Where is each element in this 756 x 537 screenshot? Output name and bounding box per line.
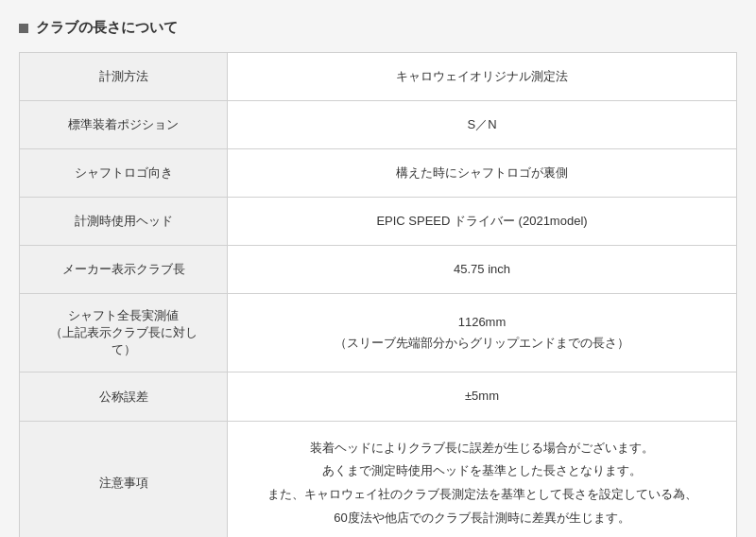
table-value-cell: EPIC SPEED ドライバー (2021model) xyxy=(228,198,737,246)
table-value-cell: 装着ヘッドによりクラブ長に誤差が生じる場合がございます。あくまで測定時使用ヘッド… xyxy=(228,421,737,537)
table-value-cell: キャロウェイオリジナル測定法 xyxy=(228,53,737,101)
info-table: 計測方法キャロウェイオリジナル測定法標準装着ポジションS／Nシャフトロゴ向き構え… xyxy=(19,52,737,537)
section-header: クラブの長さについて xyxy=(19,19,737,37)
table-value-cell: ±5mm xyxy=(228,372,737,421)
table-label-cell: 計測時使用ヘッド xyxy=(20,198,228,246)
section-icon xyxy=(19,24,28,33)
table-label-cell: 注意事項 xyxy=(20,421,228,537)
table-value-cell: 構えた時にシャフトロゴが裏側 xyxy=(228,149,737,198)
table-label-cell: メーカー表示クラブ長 xyxy=(20,246,228,294)
table-label-cell: シャフトロゴ向き xyxy=(20,149,228,198)
page-container: クラブの長さについて 計測方法キャロウェイオリジナル測定法標準装着ポジションS／… xyxy=(19,19,737,537)
table-value-cell: S／N xyxy=(228,101,737,149)
table-label-cell: 計測方法 xyxy=(20,53,228,101)
table-label-cell: シャフト全長実測値（上記表示クラブ長に対して） xyxy=(20,294,228,372)
section-title: クラブの長さについて xyxy=(36,19,178,37)
table-value-cell: 45.75 inch xyxy=(228,246,737,294)
table-label-cell: 公称誤差 xyxy=(20,372,228,421)
table-value-cell: 1126mm（スリーブ先端部分からグリップエンドまでの長さ） xyxy=(228,294,737,372)
table-label-cell: 標準装着ポジション xyxy=(20,101,228,149)
